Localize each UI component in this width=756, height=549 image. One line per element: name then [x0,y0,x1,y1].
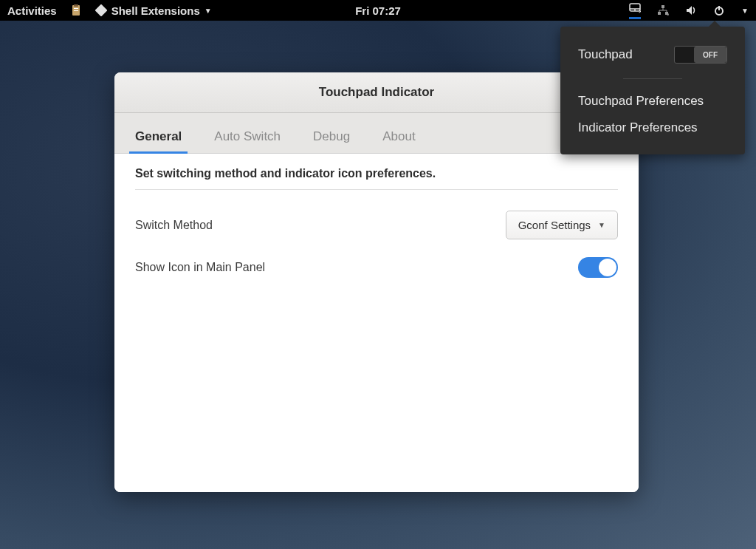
tab-general[interactable]: General [132,123,185,153]
switch-method-value: Gconf Settings [518,219,591,231]
touchpad-preferences-item[interactable]: Touchpad Preferences [578,88,727,115]
svg-text:×: × [667,12,669,16]
touchpad-label: Touchpad [578,47,633,62]
popup-divider [623,78,683,79]
svg-rect-1 [74,4,78,7]
panel-right: × × ▼ [629,2,749,19]
window-title: Touchpad Indicator [319,85,434,100]
touchpad-indicator-icon[interactable]: × [629,2,641,19]
show-icon-row: Show Icon in Main Panel [135,248,618,287]
tab-about[interactable]: About [379,123,418,153]
app-menu-label: Shell Extensions [111,4,200,17]
switch-method-row: Switch Method Gconf Settings ▼ [135,202,618,248]
app-menu[interactable]: Shell Extensions ▼ [95,4,212,17]
svg-rect-2 [74,8,78,9]
content-header: Set switching method and indicator icon … [135,167,618,190]
svg-text:×: × [639,8,641,14]
panel-left: Activities Shell Extensions ▼ [7,4,212,17]
network-icon[interactable]: × [657,4,669,16]
clipboard-icon[interactable] [70,4,82,16]
svg-rect-9 [662,5,664,8]
show-icon-label: Show Icon in Main Panel [135,261,265,274]
svg-rect-4 [95,4,107,16]
switch-method-combo[interactable]: Gconf Settings ▼ [506,211,618,239]
window-content: Set switching method and indicator icon … [114,154,639,492]
show-icon-switch[interactable] [578,257,618,278]
switch-method-label: Switch Method [135,219,213,232]
tab-debug[interactable]: Debug [310,123,353,153]
tab-auto-switch[interactable]: Auto Switch [211,123,284,153]
system-menu-arrow[interactable]: ▼ [741,7,749,15]
indicator-preferences-item[interactable]: Indicator Preferences [578,115,727,141]
svg-rect-10 [658,12,661,15]
touchpad-popup-menu: Touchpad OFF Touchpad Preferences Indica… [560,27,745,154]
clock[interactable]: Fri 07:27 [355,4,401,17]
chevron-down-icon: ▼ [598,221,605,229]
touchpad-toggle-row: Touchpad OFF [578,40,727,69]
activities-button[interactable]: Activities [7,4,57,17]
chevron-down-icon: ▼ [205,7,212,15]
toggle-state-label: OFF [694,47,726,63]
volume-icon[interactable] [685,4,697,16]
touchpad-toggle[interactable]: OFF [674,46,727,64]
svg-rect-3 [74,10,78,11]
top-panel: Activities Shell Extensions ▼ Fri 07:27 … [0,0,756,21]
switch-handle [599,259,616,276]
power-icon[interactable] [713,4,725,16]
